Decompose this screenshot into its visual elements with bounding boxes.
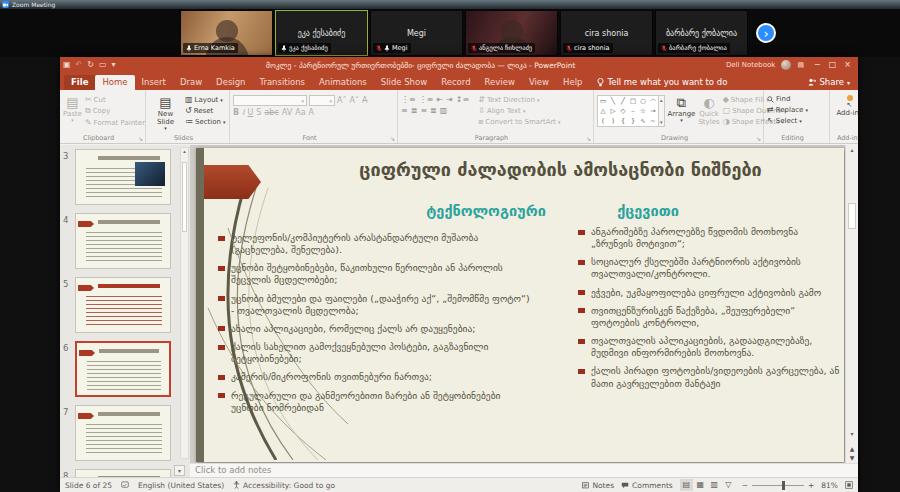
thumbnail-panel-collapse-button[interactable]: ▾	[174, 465, 185, 476]
notes-toggle-button[interactable]: Notes	[582, 481, 614, 490]
bullet-column-technological[interactable]: ტელეფონის/კომპიუტერის არასტანდარტული მუშ…	[218, 232, 532, 420]
participant-tile[interactable]: ბარბარე ქობალია ბარბარე ქობალია	[655, 10, 748, 56]
grow-font-button[interactable]: A˄	[337, 96, 346, 105]
align-right-button[interactable]: ≡	[420, 106, 427, 115]
shadow-button[interactable]: S	[256, 108, 261, 117]
account-name[interactable]: Dell Notebook	[726, 61, 775, 69]
column-header-behavioral[interactable]: ქცევითი	[578, 203, 718, 219]
ribbon-tab[interactable]: Record	[434, 75, 477, 90]
slide-thumbnail[interactable]: 4	[60, 213, 178, 273]
underline-button[interactable]: U	[247, 108, 253, 117]
shape-cell[interactable]: →	[650, 107, 655, 115]
ribbon-tab[interactable]: Animations	[312, 75, 374, 90]
spellcheck-icon[interactable]	[121, 481, 129, 489]
paste-button[interactable]: ▤ Paste ▾	[63, 93, 82, 124]
thumb-scroll-thumb[interactable]	[182, 162, 187, 232]
bullet-column-behavioral[interactable]: ანგარიშებზე პაროლებზე წვდომის მოთხოვნა „…	[578, 226, 840, 396]
zoom-slider-thumb[interactable]	[782, 481, 785, 490]
thumb-scroll-up-icon[interactable]: ▴	[181, 148, 188, 154]
slideshow-view-button[interactable]: ▽	[722, 479, 735, 491]
slide-indicator[interactable]: Slide 6 of 25	[65, 481, 112, 490]
italic-button[interactable]: I	[242, 108, 244, 117]
shape-cell[interactable]: ∿	[640, 117, 645, 125]
notes-pane[interactable]: Click to add notes	[190, 463, 858, 477]
copy-button[interactable]: ⧉Copy	[85, 106, 145, 116]
slide-thumbnail[interactable]: 3	[60, 149, 178, 209]
arrange-button[interactable]: ⧉ Arrange ▾	[668, 93, 696, 124]
new-slide-button[interactable]: ▤ New Slide ▾	[149, 93, 182, 132]
shape-scroll-down-icon[interactable]: ▾	[660, 119, 663, 125]
language-indicator[interactable]: English (United States)	[138, 481, 224, 490]
slide-thumbnail-preview[interactable]	[75, 213, 171, 269]
slide-thumbnail-preview[interactable]	[75, 149, 171, 205]
ribbon-tab[interactable]: View	[522, 75, 556, 90]
fit-slide-button[interactable]	[845, 481, 853, 489]
ribbon-tab[interactable]: File	[64, 75, 95, 90]
bold-button[interactable]: B	[233, 108, 239, 117]
find-button[interactable]: Find	[767, 95, 808, 103]
strikethrough-button[interactable]: abc	[264, 108, 278, 117]
ribbon-tab[interactable]: Slide Show	[374, 75, 434, 90]
previous-slide-button[interactable]: ▲	[850, 445, 855, 452]
restore-button[interactable]: □	[825, 58, 840, 72]
ribbon-tab[interactable]: Help	[556, 75, 589, 90]
drawing-dialog-launcher[interactable]: ⇘	[756, 135, 761, 142]
bullets-button[interactable]: ⋮≡	[401, 95, 416, 104]
slide-thumbnail[interactable]: 6	[60, 341, 178, 401]
shape-cell[interactable]: △	[601, 107, 606, 115]
zoom-out-button[interactable]: −	[742, 481, 748, 490]
justify-button[interactable]: ≣	[430, 106, 437, 115]
shape-cell[interactable]: ◠	[650, 97, 656, 105]
replace-button[interactable]: ⇄Replace▾	[767, 105, 808, 114]
shape-cell[interactable]: ○	[640, 97, 646, 105]
participant-tile[interactable]: ეკა ქესაბიძე ეკა ქესაბიძე	[275, 10, 368, 56]
ribbon-tab[interactable]: Home	[95, 75, 134, 90]
reset-button[interactable]: ↺Reset	[185, 106, 226, 115]
ribbon-tab[interactable]: Insert	[135, 75, 173, 90]
shape-cell[interactable]: ~	[650, 117, 655, 125]
shape-cell[interactable]: }	[631, 117, 635, 125]
quick-styles-button[interactable]: ◐ Quick Styles	[698, 93, 719, 126]
zoom-in-button[interactable]: +	[808, 481, 814, 490]
font-dialog-launcher[interactable]: ⇘	[390, 135, 395, 142]
paragraph-dialog-launcher[interactable]: ⇘	[586, 135, 591, 142]
clear-formatting-button[interactable]: A̶	[362, 96, 367, 105]
scroll-up-icon[interactable]: ▴	[846, 146, 858, 153]
change-case-button[interactable]: Aa	[295, 108, 305, 117]
shape-cell[interactable]: {	[621, 117, 625, 125]
zoom-slider[interactable]	[752, 485, 804, 486]
ribbon-display-options-icon[interactable]: ▤	[797, 61, 804, 69]
next-slide-button[interactable]: ▼	[850, 454, 855, 461]
align-center-button[interactable]: ≣	[411, 106, 418, 115]
slide-title[interactable]: ციფრული ძალადობის ამოსაცნობი ნიშნები	[291, 159, 830, 180]
layout-button[interactable]: ▥Layout▾	[185, 95, 226, 104]
slide-thumbnail[interactable]: 8	[60, 469, 178, 477]
increase-indent-button[interactable]: ⇥	[446, 95, 453, 104]
share-button[interactable]: Share ▾	[808, 77, 850, 90]
slide-canvas[interactable]: ციფრული ძალადობის ამოსაცნობი ნიშნები ტექ…	[196, 148, 844, 462]
participant-tile[interactable]: Megi Megi	[370, 10, 463, 56]
redo-icon[interactable]: ↻	[87, 58, 94, 72]
accessibility-indicator[interactable]: Accessibility: Good to go	[233, 481, 335, 490]
ribbon-tab[interactable]: Design	[209, 75, 252, 90]
scroll-down-icon[interactable]: ▾	[846, 430, 858, 437]
convert-smartart-button[interactable]: ⧈Convert to SmartArt▾	[478, 117, 560, 127]
participant-tile[interactable]: Erna Kamkia Erna Kamkia	[180, 10, 273, 56]
save-icon[interactable]: ▣	[63, 58, 71, 72]
comments-toggle-button[interactable]: Comments	[621, 481, 673, 490]
shape-scroll-up-icon[interactable]: ▴	[660, 97, 663, 103]
addins-button[interactable]: ↖ Add-ins	[833, 93, 858, 117]
section-button[interactable]: ≔Section▾	[185, 117, 226, 126]
minimize-button[interactable]: ─	[810, 58, 825, 72]
shape-cell[interactable]: ▭	[600, 97, 606, 105]
align-text-button[interactable]: ⇳Align Text▾	[478, 106, 560, 115]
shape-cell[interactable]: □	[630, 97, 636, 105]
font-name-combo[interactable]: ▾	[233, 95, 307, 106]
undo-icon[interactable]: ↶	[76, 58, 83, 72]
format-painter-button[interactable]: ✎Format Painter	[85, 118, 145, 127]
shape-cell[interactable]: ☆	[640, 107, 646, 115]
shape-cell[interactable]: ╱	[621, 97, 625, 105]
shape-cell[interactable]: (	[602, 117, 605, 125]
ribbon-tab[interactable]: Review	[478, 75, 522, 90]
align-left-button[interactable]: ≡	[401, 106, 408, 115]
